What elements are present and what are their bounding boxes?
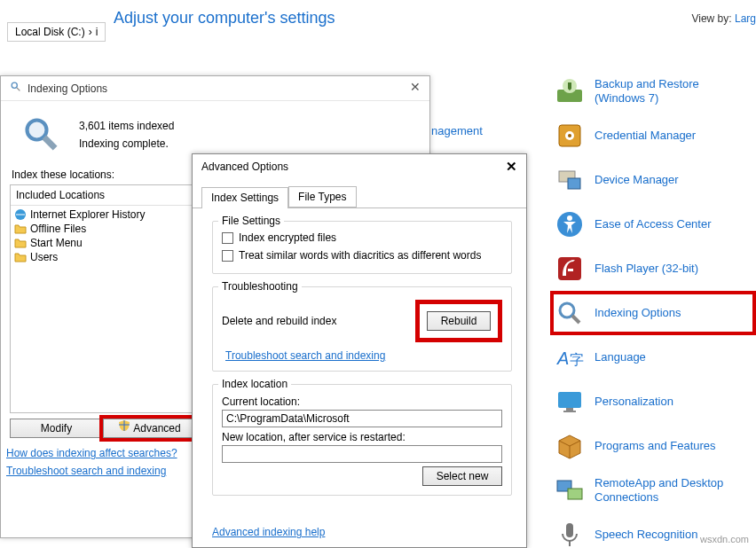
box-icon — [555, 432, 584, 460]
flash-icon — [555, 254, 584, 283]
group-title: File Settings — [218, 215, 284, 227]
tab-file-types[interactable]: File Types — [288, 186, 356, 207]
breadcrumb-part: Local Disk (C:) — [15, 26, 85, 38]
folder-icon — [14, 223, 27, 235]
language-icon: A字 — [555, 343, 584, 372]
advanced-button[interactable]: Advanced — [103, 419, 196, 438]
cp-item-label: Personalization — [595, 395, 673, 409]
checkbox-encrypted[interactable]: Index encrypted files — [222, 229, 502, 247]
group-title: Index location — [218, 378, 291, 390]
close-icon[interactable]: ✕ — [410, 80, 421, 94]
cp-item-credential[interactable]: Credential Manager — [550, 114, 756, 158]
new-location-label: New location, after service is restarted… — [222, 427, 502, 445]
svg-point-4 — [568, 134, 571, 137]
ie-icon — [14, 208, 27, 221]
cp-item-device[interactable]: Device Manager — [550, 158, 756, 202]
breadcrumb[interactable]: Local Disk (C:) › i — [7, 22, 106, 42]
monitor-icon — [555, 388, 584, 416]
file-settings-group: File Settings Index encrypted files Trea… — [212, 221, 512, 274]
cp-item-label: Credential Manager — [595, 129, 696, 143]
magnifier-icon — [22, 115, 61, 154]
cp-item-language[interactable]: A字 Language — [550, 335, 756, 380]
rebuild-button[interactable]: Rebuild — [427, 311, 491, 331]
svg-text:字: 字 — [570, 352, 584, 367]
svg-rect-14 — [558, 392, 581, 408]
cp-item-label: RemoteApp and Desktop Connections — [595, 476, 749, 504]
svg-rect-19 — [566, 523, 573, 537]
svg-point-21 — [12, 82, 17, 88]
cp-item-label: Language — [595, 350, 646, 364]
advanced-help-link[interactable]: Advanced indexing help — [212, 526, 325, 538]
advanced-options-window: Advanced Options ✕ Index Settings File T… — [192, 153, 527, 548]
shield-icon — [118, 419, 130, 437]
checkbox-icon — [222, 232, 233, 244]
svg-rect-18 — [568, 489, 582, 499]
svg-rect-16 — [563, 411, 576, 412]
checkbox-icon — [222, 250, 233, 262]
folder-icon — [14, 237, 27, 249]
watermark: wsxdn.com — [700, 534, 749, 544]
svg-line-11 — [572, 316, 579, 323]
index-location-group: Index location Current location: New loc… — [212, 384, 512, 496]
partial-text: nagement — [431, 124, 483, 137]
troubleshoot-link[interactable]: Troubleshoot search and indexing — [222, 342, 502, 362]
cp-item-personalization[interactable]: Personalization — [550, 380, 756, 424]
svg-point-10 — [560, 303, 574, 317]
chevron-right-icon: › — [89, 26, 92, 38]
cp-item-label: Backup and Restore (Windows 7) — [595, 77, 749, 105]
folder-icon — [14, 251, 27, 263]
svg-line-22 — [17, 88, 20, 91]
cp-item-backup[interactable]: Backup and Restore (Windows 7) — [550, 69, 756, 114]
ease-icon — [555, 210, 584, 239]
modify-button[interactable]: Modify — [10, 419, 103, 438]
cp-item-remoteapp[interactable]: RemoteApp and Desktop Connections — [550, 468, 756, 513]
select-new-button[interactable]: Select new — [422, 466, 502, 486]
current-location-label: Current location: — [222, 392, 502, 410]
cp-item-label: Ease of Access Center — [595, 217, 712, 231]
breadcrumb-part: i — [96, 26, 98, 38]
cp-item-label: Device Manager — [595, 173, 679, 187]
backup-icon — [555, 77, 584, 106]
svg-point-23 — [28, 121, 47, 140]
svg-point-8 — [567, 215, 572, 221]
window-title: Indexing Options — [28, 82, 107, 95]
index-status: Indexing complete. — [79, 135, 174, 153]
svg-rect-6 — [568, 178, 580, 189]
window-title: Advanced Options — [201, 160, 288, 173]
current-location-input[interactable] — [222, 410, 502, 427]
page-title: Adjust your computer's settings — [114, 9, 335, 27]
svg-line-24 — [44, 137, 55, 148]
highlight: Rebuild — [415, 300, 502, 342]
cp-item-flash[interactable]: Flash Player (32-bit) — [550, 247, 756, 291]
cp-item-indexing[interactable]: Indexing Options — [550, 291, 756, 335]
cp-item-label: Programs and Features — [595, 439, 716, 453]
checkbox-diacritics[interactable]: Treat similar words with diacritics as d… — [222, 247, 502, 264]
group-title: Troubleshooting — [218, 280, 302, 293]
window-titlebar[interactable]: Advanced Options ✕ — [193, 154, 526, 179]
magnifier-icon — [555, 299, 584, 327]
index-count: 3,601 items indexed — [79, 117, 174, 135]
svg-text:A: A — [556, 348, 569, 368]
svg-rect-15 — [566, 408, 573, 411]
new-location-input[interactable] — [222, 445, 502, 463]
control-panel-list: Backup and Restore (Windows 7) Credentia… — [550, 69, 756, 548]
cp-item-label: Flash Player (32-bit) — [595, 262, 698, 276]
viewby-value: Larg — [735, 12, 756, 25]
tab-index-settings[interactable]: Index Settings — [201, 187, 288, 208]
advanced-label: Advanced — [133, 419, 180, 437]
viewby-control[interactable]: View by: Larg — [691, 12, 756, 25]
viewby-label: View by: — [691, 12, 731, 25]
close-icon[interactable]: ✕ — [506, 159, 517, 175]
cp-item-programs[interactable]: Programs and Features — [550, 424, 756, 468]
safe-icon — [555, 121, 584, 150]
device-icon — [555, 166, 584, 194]
magnifier-icon — [10, 81, 22, 96]
cp-item-label: Speech Recognition — [595, 528, 697, 542]
cp-item-ease[interactable]: Ease of Access Center — [550, 202, 756, 247]
remote-icon — [555, 476, 584, 505]
cp-item-label: Indexing Options — [595, 306, 681, 320]
troubleshooting-group: Troubleshooting Delete and rebuild index… — [212, 286, 512, 372]
window-titlebar[interactable]: Indexing Options ✕ — [1, 76, 429, 101]
microphone-icon — [555, 521, 584, 548]
delete-rebuild-label: Delete and rebuild index — [222, 315, 336, 327]
